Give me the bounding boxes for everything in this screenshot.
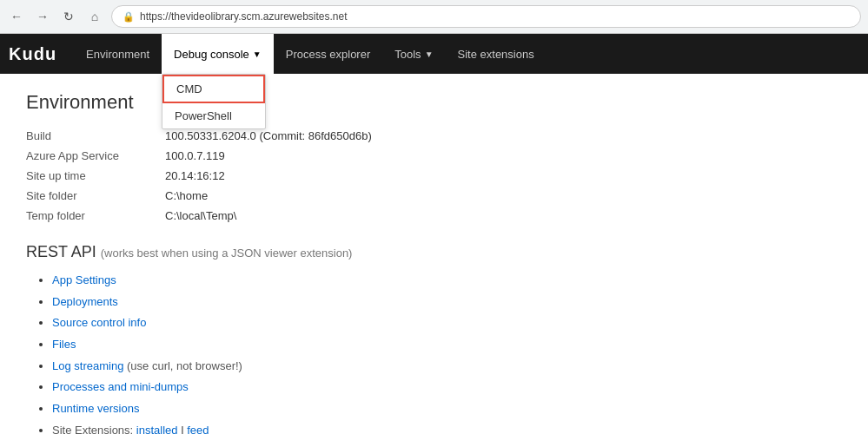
url-text: https://thevideolibrary.scm.azurewebsite… (140, 10, 348, 23)
runtime-versions-link[interactable]: Runtime versions (52, 402, 139, 415)
browser-toolbar: ← → ↻ ⌂ 🔒 https://thevideolibrary.scm.az… (0, 0, 868, 33)
home-button[interactable]: ⌂ (85, 7, 104, 26)
info-table: Build 100.50331.6204.0 (Commit: 86fd650d… (26, 126, 842, 226)
app-settings-link[interactable]: App Settings (52, 273, 116, 286)
debug-console-dropdown: CMD PowerShell (162, 74, 266, 129)
tools-caret-icon: ▼ (425, 49, 434, 59)
nav-bar: Kudu Environment Debug console ▼ CMD Pow… (0, 34, 868, 74)
log-streaming-suffix: (use curl, not browser!) (127, 359, 242, 372)
source-control-link[interactable]: Source control info (52, 316, 146, 329)
build-value: 100.50331.6204.0 (Commit: 86fd650d6b) (165, 129, 372, 142)
lock-icon: 🔒 (123, 11, 135, 23)
site-uptime-label: Site up time (26, 169, 165, 182)
list-item: Log streaming (use curl, not browser!) (52, 356, 842, 378)
rest-api-title: REST API (works best when using a JSON v… (26, 243, 842, 261)
site-extensions-installed-link[interactable]: installed (136, 424, 178, 434)
deployments-link[interactable]: Deployments (52, 295, 118, 308)
nav-item-site-extensions[interactable]: Site extensions (446, 34, 547, 74)
address-bar[interactable]: 🔒 https://thevideolibrary.scm.azurewebsi… (111, 5, 861, 28)
dropdown-item-powershell[interactable]: PowerShell (162, 103, 265, 128)
site-folder-label: Site folder (26, 189, 165, 202)
temp-folder-value: C:\local\Temp\ (165, 209, 236, 222)
info-row-site-uptime: Site up time 20.14:16:12 (26, 166, 842, 186)
list-item: App Settings (52, 270, 842, 292)
list-item: Processes and mini-dumps (52, 377, 842, 398)
forward-button[interactable]: → (33, 7, 52, 26)
browser-chrome: ← → ↻ ⌂ 🔒 https://thevideolibrary.scm.az… (0, 0, 868, 34)
site-extensions-label: Site Extensions: (52, 424, 136, 434)
info-row-app-service: Azure App Service 100.0.7.119 (26, 146, 842, 166)
caret-icon: ▼ (253, 49, 262, 59)
processes-link[interactable]: Processes and mini-dumps (52, 380, 189, 393)
list-item: Source control info (52, 312, 842, 334)
list-item-site-extensions: Site Extensions: installed | feed (52, 420, 842, 434)
nav-item-environment[interactable]: Environment (74, 34, 162, 74)
back-button[interactable]: ← (7, 7, 26, 26)
dropdown-item-cmd[interactable]: CMD (162, 75, 265, 103)
nav-item-process-explorer[interactable]: Process explorer (274, 34, 383, 74)
list-item: Files (52, 334, 842, 356)
log-streaming-link[interactable]: Log streaming (52, 359, 123, 372)
site-uptime-value: 20.14:16:12 (165, 169, 225, 182)
reload-button[interactable]: ↻ (59, 7, 78, 26)
app-service-label: Azure App Service (26, 149, 165, 162)
site-folder-value: C:\home (165, 189, 208, 202)
rest-api-subtitle: (works best when using a JSON viewer ext… (101, 247, 353, 260)
temp-folder-label: Temp folder (26, 209, 165, 222)
app-service-value: 100.0.7.119 (165, 149, 225, 162)
info-row-build: Build 100.50331.6204.0 (Commit: 86fd650d… (26, 126, 842, 146)
build-label: Build (26, 129, 165, 142)
main-content: Environment Build 100.50331.6204.0 (Comm… (0, 74, 868, 434)
nav-item-debug-console[interactable]: Debug console ▼ CMD PowerShell (162, 34, 274, 74)
page-title: Environment (26, 91, 842, 114)
info-row-site-folder: Site folder C:\home (26, 186, 842, 206)
list-item: Deployments (52, 292, 842, 313)
kudu-logo: Kudu (9, 44, 56, 64)
site-extensions-feed-link[interactable]: feed (187, 424, 209, 434)
info-row-temp-folder: Temp folder C:\local\Temp\ (26, 206, 842, 226)
files-link[interactable]: Files (52, 338, 76, 351)
rest-api-section: REST API (works best when using a JSON v… (26, 243, 842, 434)
nav-item-tools[interactable]: Tools ▼ (382, 34, 445, 74)
api-links-list: App Settings Deployments Source control … (26, 270, 842, 434)
list-item: Runtime versions (52, 398, 842, 420)
